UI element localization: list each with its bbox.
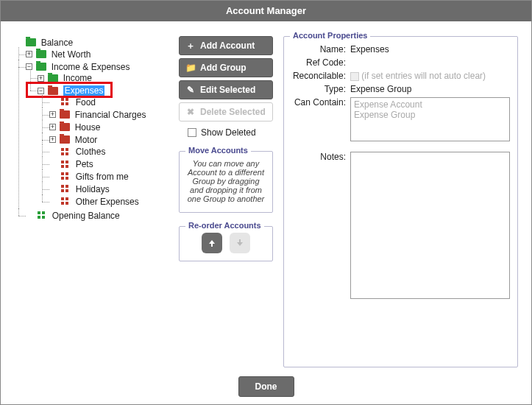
window-title: Account Manager: [226, 5, 306, 16]
tree-node-income-expenses[interactable]: Income & Expenses: [52, 61, 130, 71]
button-label: Edit Selected: [200, 85, 255, 95]
add-account-button[interactable]: ＋ Add Account: [179, 36, 273, 55]
account-icon: [61, 98, 71, 106]
arrow-up-icon: [207, 238, 217, 248]
folder-icon: [36, 50, 46, 58]
show-deleted-checkbox[interactable]: Show Deleted: [179, 127, 273, 138]
folder-icon: [26, 38, 36, 46]
folder-icon: [48, 74, 58, 82]
tree-node-financial-charges[interactable]: Financial Charges: [75, 110, 146, 120]
refcode-label: Ref Code:: [291, 57, 350, 68]
reconcilable-label: Reconcilable:: [291, 71, 350, 81]
can-contain-item: Expense Account: [354, 99, 506, 110]
folder-icon: [36, 63, 46, 71]
tree-node-opening-balance[interactable]: Opening Balance: [52, 210, 120, 220]
main-content: Balance + Net Worth − Income & Expenses: [1, 21, 531, 373]
notes-label: Notes:: [291, 152, 350, 162]
account-icon: [61, 161, 71, 169]
can-contain-list: Expense Account Expense Group: [350, 97, 510, 141]
button-label: Add Account: [200, 40, 255, 51]
arrow-down-icon: [235, 238, 245, 248]
edit-selected-button[interactable]: ✎ Edit Selected: [179, 80, 273, 99]
group-legend: Re-order Accounts: [185, 221, 264, 230]
account-icon: [61, 197, 71, 205]
tree-node-holidays[interactable]: Holidays: [76, 184, 110, 194]
expand-icon[interactable]: +: [49, 111, 56, 118]
done-button[interactable]: Done: [238, 376, 294, 397]
tree-node-balance[interactable]: Balance: [41, 38, 73, 48]
account-icon: [61, 172, 71, 180]
account-properties-panel: Account Properties Name: Expenses Ref Co…: [283, 36, 518, 367]
folder-plus-icon: 📁: [185, 63, 196, 73]
tree-node-other-expenses[interactable]: Other Expenses: [76, 197, 139, 207]
add-group-button[interactable]: 📁 Add Group: [179, 58, 273, 77]
actions-panel: ＋ Add Account 📁 Add Group ✎ Edit Selecte…: [179, 36, 273, 367]
reorder-accounts-group: Re-order Accounts: [179, 226, 273, 261]
move-help-text: You can move any Account to a different …: [185, 159, 266, 203]
tree-node-net-worth[interactable]: Net Worth: [52, 49, 91, 60]
notes-box: [350, 152, 510, 299]
checkbox-label: Show Deleted: [201, 127, 256, 138]
checkbox-icon[interactable]: [188, 128, 196, 137]
reconcilable-hint: (if set entries will not auto clear): [361, 71, 486, 81]
account-icon: [61, 185, 71, 193]
delete-selected-button: ✖ Delete Selected: [179, 102, 273, 122]
can-contain-label: Can Contain:: [291, 97, 350, 108]
expand-icon[interactable]: +: [26, 51, 32, 57]
move-down-button: [230, 233, 250, 253]
tree-node-food[interactable]: Food: [76, 97, 96, 108]
collapse-icon[interactable]: −: [38, 88, 44, 94]
button-label: Delete Selected: [200, 107, 266, 117]
folder-icon: [60, 110, 70, 119]
tree-node-house[interactable]: House: [75, 122, 101, 133]
tree-node-motor[interactable]: Motor: [75, 134, 98, 144]
delete-icon: ✖: [185, 107, 196, 117]
move-up-button[interactable]: [202, 233, 222, 253]
collapse-icon[interactable]: −: [26, 63, 32, 70]
pencil-icon: ✎: [185, 85, 196, 95]
type-label: Type:: [291, 84, 350, 94]
button-label: Done: [255, 381, 277, 392]
group-legend: Move Accounts: [185, 146, 251, 155]
folder-icon: [60, 135, 70, 144]
tree-node-pets[interactable]: Pets: [76, 159, 93, 169]
move-accounts-group: Move Accounts You can move any Account t…: [179, 151, 273, 213]
type-value: Expense Group: [350, 84, 510, 94]
tree-node-expenses[interactable]: Expenses: [63, 85, 105, 96]
folder-icon: [48, 87, 58, 95]
reconcilable-checkbox: [350, 72, 359, 81]
expand-icon[interactable]: +: [49, 136, 56, 143]
title-bar: Account Manager: [1, 1, 531, 21]
expand-icon[interactable]: +: [49, 124, 56, 130]
panel-legend: Account Properties: [290, 31, 370, 40]
name-value: Expenses: [350, 44, 510, 54]
folder-icon: [60, 123, 70, 131]
tree-node-gifts[interactable]: Gifts from me: [76, 172, 129, 182]
account-tree[interactable]: Balance + Net Worth − Income & Expenses: [14, 36, 169, 367]
account-icon: [38, 211, 47, 219]
tree-node-clothes[interactable]: Clothes: [76, 147, 106, 157]
plus-icon: ＋: [185, 40, 196, 52]
tree-node-income[interactable]: Income: [63, 73, 92, 83]
name-label: Name:: [291, 44, 350, 54]
account-icon: [61, 148, 71, 156]
footer: Done: [1, 373, 531, 404]
can-contain-item: Expense Group: [354, 110, 506, 120]
button-label: Add Group: [200, 63, 247, 73]
expand-icon[interactable]: +: [38, 75, 44, 82]
